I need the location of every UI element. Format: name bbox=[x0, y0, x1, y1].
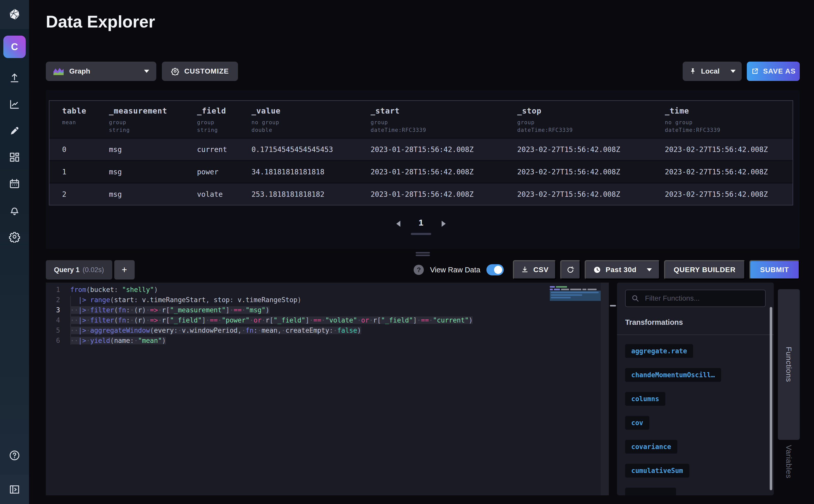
sidebar-item-data-explorer[interactable] bbox=[8, 98, 21, 110]
code-line[interactable]: 5··|>·aggregateWindow(every:·v.windowPer… bbox=[46, 325, 547, 335]
minimap-selection bbox=[550, 291, 601, 301]
column-header[interactable]: _measurementgroupstring bbox=[109, 106, 197, 133]
section-divider bbox=[617, 334, 774, 335]
refresh-button[interactable] bbox=[560, 260, 581, 279]
tab-variables[interactable]: Variables bbox=[784, 445, 793, 479]
column-type-label: dateTime:RFC3339 bbox=[517, 127, 665, 133]
divider-drag-handle[interactable] bbox=[610, 305, 616, 306]
table-cell: msg bbox=[109, 168, 197, 176]
code-line[interactable]: 3··|>·filter(fn:·(r)·=>·r["_measurement"… bbox=[46, 305, 547, 315]
next-page-icon[interactable] bbox=[442, 221, 446, 227]
timezone-dropdown[interactable]: Local bbox=[683, 62, 742, 81]
functions-scrollbar[interactable] bbox=[770, 307, 772, 490]
sidebar-item-load-data[interactable] bbox=[8, 72, 21, 84]
tab-functions[interactable]: Functions bbox=[778, 289, 800, 440]
editor-minimap[interactable] bbox=[547, 283, 609, 495]
add-query-button[interactable]: + bbox=[114, 260, 135, 279]
line-content: ··|>·filter(fn:·(r)·=>·r["_field"]·==·"p… bbox=[66, 315, 473, 325]
plus-icon: + bbox=[122, 264, 127, 275]
org-avatar[interactable]: C bbox=[3, 36, 26, 58]
sidebar-item-dashboards[interactable] bbox=[8, 151, 21, 163]
table-cell: 2 bbox=[62, 190, 109, 199]
column-sub-label: group bbox=[371, 119, 517, 125]
csv-download-button[interactable]: CSV bbox=[513, 260, 556, 279]
submit-button[interactable]: SUBMIT bbox=[749, 260, 800, 279]
upload-icon bbox=[9, 72, 20, 84]
raw-data-help-icon[interactable]: ? bbox=[414, 265, 424, 275]
table-row[interactable]: 0msgcurrent0.171545454545454532023-01-28… bbox=[49, 138, 793, 160]
table-row[interactable]: 2msgvolate253.18181818181822023-01-28T15… bbox=[49, 183, 793, 205]
page-title: Data Explorer bbox=[46, 0, 800, 30]
customize-button[interactable]: CUSTOMIZE bbox=[162, 62, 238, 81]
sidebar-item-tasks[interactable] bbox=[8, 178, 21, 190]
view-raw-data-toggle[interactable] bbox=[486, 264, 504, 275]
line-number: 4 bbox=[46, 315, 66, 325]
export-icon bbox=[751, 67, 759, 75]
query-tab[interactable]: Query 1 (0.02s) bbox=[46, 260, 112, 279]
line-number: 1 bbox=[46, 285, 66, 295]
column-sub-label: group bbox=[109, 119, 197, 125]
function-chip[interactable]: cumulativeSum bbox=[625, 464, 689, 478]
pencil-icon bbox=[9, 125, 20, 137]
calendar-icon bbox=[9, 178, 20, 190]
function-search-box[interactable] bbox=[625, 290, 766, 307]
time-range-dropdown[interactable]: Past 30d bbox=[585, 260, 660, 279]
gear-icon bbox=[171, 67, 179, 75]
column-header[interactable]: _stopgroupdateTime:RFC3339 bbox=[517, 106, 665, 133]
column-header[interactable]: _fieldgroupstring bbox=[197, 106, 251, 133]
sidebar-item-help[interactable] bbox=[0, 450, 29, 461]
code-line[interactable]: 1from(bucket: "shelly") bbox=[46, 285, 547, 295]
column-sub-label: group bbox=[197, 119, 251, 125]
panel-resize-handle[interactable] bbox=[416, 252, 430, 256]
function-chip[interactable]: covariance bbox=[625, 440, 677, 454]
influxdb-logo[interactable] bbox=[0, 0, 29, 29]
sidebar-item-expand[interactable] bbox=[0, 475, 29, 504]
view-type-dropdown[interactable]: Graph bbox=[46, 62, 156, 81]
pin-icon bbox=[689, 67, 697, 75]
function-chip[interactable] bbox=[625, 488, 676, 495]
function-chip[interactable]: cov bbox=[625, 416, 649, 430]
time-range-label: Past 30d bbox=[606, 266, 637, 274]
table-cell: 2023-01-28T15:56:42.008Z bbox=[371, 145, 517, 154]
query-toolbar: Query 1 (0.02s) + ? View Raw Data CSV bbox=[46, 260, 800, 279]
previous-page-icon[interactable] bbox=[396, 221, 400, 227]
line-number: 5 bbox=[46, 325, 66, 335]
function-chip[interactable]: columns bbox=[625, 392, 665, 406]
submit-label: SUBMIT bbox=[760, 266, 789, 274]
query-builder-button[interactable]: QUERY BUILDER bbox=[664, 260, 745, 279]
table-cell: 2023-02-27T15:56:42.008Z bbox=[517, 168, 665, 176]
sidebar-item-alerts[interactable] bbox=[8, 204, 21, 216]
main-content: Data Explorer Graph bbox=[29, 0, 814, 504]
column-header[interactable]: _timeno groupdateTime:RFC3339 bbox=[665, 106, 793, 133]
function-chip[interactable]: aggregate.rate bbox=[625, 344, 693, 358]
page-number[interactable]: 1 bbox=[419, 218, 424, 228]
results-panel: tablemean_measurementgroupstring_fieldgr… bbox=[46, 90, 800, 249]
table-cell: 0.17154545454545453 bbox=[251, 145, 371, 154]
table-cell: msg bbox=[109, 190, 197, 199]
toggle-knob bbox=[494, 266, 502, 274]
line-content: ··|>·aggregateWindow(every:·v.windowPeri… bbox=[66, 325, 361, 335]
code-line[interactable]: 2 |> range(start: v.timeRangeStart, stop… bbox=[46, 295, 547, 305]
chevron-down-icon bbox=[144, 70, 149, 73]
sidebar-nav bbox=[0, 72, 29, 243]
column-sub-label: no group bbox=[665, 119, 793, 125]
minimap-slider[interactable] bbox=[601, 283, 609, 495]
function-search-input[interactable] bbox=[644, 294, 760, 303]
column-header[interactable]: _valueno groupdouble bbox=[251, 106, 371, 133]
column-header[interactable]: _startgroupdateTime:RFC3339 bbox=[371, 106, 517, 133]
table-cell: 2023-02-27T15:56:42.008Z bbox=[665, 145, 793, 154]
code-line[interactable]: 6··|>·yield(name:·"mean") bbox=[46, 335, 547, 346]
function-chip[interactable]: chandeMomentumOscill… bbox=[625, 368, 721, 382]
dashboard-grid-icon bbox=[9, 151, 20, 163]
sidebar-item-settings[interactable] bbox=[8, 231, 21, 243]
code-line[interactable]: 4··|>·filter(fn:·(r)·=>·r["_field"]·==·"… bbox=[46, 315, 547, 325]
table-cell: 2023-02-27T15:56:42.008Z bbox=[517, 145, 665, 154]
line-content: ··|>·filter(fn:·(r)·=>·r["_measurement"]… bbox=[66, 305, 270, 315]
flux-editor[interactable]: 1from(bucket: "shelly")2 |> range(start:… bbox=[46, 283, 547, 495]
sidebar-item-notebooks[interactable] bbox=[8, 125, 21, 137]
timezone-label: Local bbox=[701, 67, 720, 75]
tab-variables-label: Variables bbox=[784, 445, 793, 479]
table-row[interactable]: 1msgpower34.181818181818182023-01-28T15:… bbox=[49, 160, 793, 183]
column-header[interactable]: tablemean bbox=[62, 106, 109, 133]
save-as-button[interactable]: SAVE AS bbox=[747, 62, 800, 81]
